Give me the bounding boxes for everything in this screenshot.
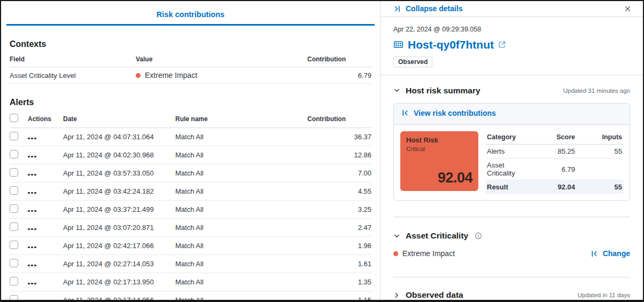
row-checkbox[interactable] — [10, 277, 18, 285]
contexts-col-value: Value — [136, 52, 307, 67]
risk-card-body: Host Risk Critical 92.04 Category Score … — [394, 125, 630, 200]
alert-contribution: 1.35 — [307, 273, 371, 291]
alert-contribution: 3.25 — [307, 201, 371, 219]
table-row-result: Result 92.04 55 — [486, 180, 623, 194]
risk-card-header: View risk contributions — [394, 104, 630, 125]
contexts-row: Asset Criticality Level Extreme Impact 6… — [10, 67, 371, 84]
alert-date: Apr 11, 2024 @ 02:42:17.066 — [63, 237, 175, 255]
alert-date: Apr 11, 2024 @ 03:37:21.499 — [63, 201, 175, 219]
alert-rule: Match All — [175, 291, 307, 302]
risk-category: Asset Criticality — [486, 158, 525, 180]
alert-contribution: 12.86 — [307, 146, 371, 164]
criticality-value: Extreme Impact — [402, 249, 455, 258]
context-value-label: Extreme Impact — [145, 71, 197, 80]
table-row: Apr 11, 2024 @ 04:07:31.064 Match All 36… — [10, 128, 371, 146]
contexts-col-contribution: Contribution — [307, 52, 371, 67]
table-row: Apr 11, 2024 @ 02:27:14.053 Match All 1.… — [10, 255, 371, 273]
row-actions-icon[interactable] — [28, 156, 36, 158]
row-actions-icon[interactable] — [28, 174, 36, 176]
select-all-checkbox[interactable] — [10, 114, 18, 122]
alert-rule: Match All — [175, 182, 307, 201]
row-checkbox[interactable] — [10, 204, 18, 213]
row-actions-icon[interactable] — [28, 265, 36, 267]
alert-contribution: 7.00 — [307, 164, 371, 182]
arrow-start-icon — [591, 250, 599, 258]
contexts-heading: Contexts — [10, 39, 371, 49]
observed-data-title[interactable]: Observed data — [406, 290, 463, 300]
row-actions-icon[interactable] — [28, 210, 36, 212]
host-risk-summary-title[interactable]: Host risk summary — [406, 86, 480, 96]
row-checkbox[interactable] — [10, 150, 18, 158]
row-actions-icon[interactable] — [28, 228, 36, 231]
host-storage-icon — [393, 39, 404, 50]
alert-rule: Match All — [175, 273, 307, 291]
change-label: Change — [603, 249, 630, 258]
row-actions-icon[interactable] — [28, 283, 36, 285]
alert-date: Apr 11, 2024 @ 03:42:24.182 — [63, 182, 175, 201]
risk-updated-label: Updated 31 minutes ago — [563, 88, 630, 94]
row-checkbox[interactable] — [10, 168, 18, 177]
risk-summary-card: View risk contributions Host Risk Critic… — [393, 103, 630, 201]
gauge-level: Critical — [406, 146, 472, 152]
external-link-icon[interactable] — [498, 41, 506, 49]
alert-rule: Match All — [175, 219, 307, 237]
risk-category: Result — [486, 180, 525, 194]
view-risk-contributions-label: View risk contributions — [414, 109, 496, 117]
flyout-header: Collapse details — [381, 1, 643, 17]
asset-criticality-title[interactable]: Asset Criticality — [406, 231, 468, 241]
context-field: Asset Criticality Level — [10, 67, 136, 84]
risk-inputs — [576, 158, 623, 180]
status-badge: Observed — [393, 57, 432, 67]
alerts-col-actions: Actions — [28, 110, 63, 128]
row-actions-icon[interactable] — [28, 247, 36, 249]
chevron-down-icon[interactable] — [393, 233, 400, 240]
severity-dot-icon — [136, 73, 141, 78]
risk-contributions-panel: Risk contributions Contexts Field Value … — [1, 1, 380, 300]
row-checkbox[interactable] — [10, 259, 18, 267]
alerts-col-contribution: Contribution — [307, 110, 371, 128]
alert-date: Apr 11, 2024 @ 02:17:13.950 — [63, 273, 175, 291]
change-criticality-button[interactable]: Change — [591, 249, 630, 258]
left-content: Contexts Field Value Contribution Asset … — [1, 26, 380, 302]
row-actions-icon[interactable] — [28, 192, 36, 194]
close-icon[interactable] — [622, 3, 633, 14]
chevron-down-icon[interactable] — [393, 87, 400, 94]
view-risk-contributions-button[interactable]: View risk contributions — [401, 109, 496, 117]
alerts-col-rule: Rule name — [175, 110, 307, 128]
observed-data-accordion: Observed data Updated in 11 days — [393, 290, 630, 300]
chevron-right-icon[interactable] — [393, 292, 400, 299]
alert-contribution: 1.15 — [307, 291, 371, 302]
table-row: Apr 11, 2024 @ 02:17:14.056 Match All 1.… — [10, 291, 371, 302]
collapse-right-icon — [393, 5, 401, 13]
table-row: Apr 11, 2024 @ 03:42:24.182 Match All 4.… — [10, 182, 371, 201]
table-row: Apr 11, 2024 @ 03:57:33.050 Match All 7.… — [10, 164, 371, 182]
row-actions-icon[interactable] — [28, 138, 36, 140]
alert-rule: Match All — [175, 237, 307, 255]
contexts-table: Field Value Contribution Asset Criticali… — [10, 52, 371, 84]
collapse-details-label: Collapse details — [406, 4, 463, 13]
alert-rule: Match All — [175, 164, 307, 182]
risk-inputs: 55 — [576, 145, 623, 158]
alerts-heading: Alerts — [10, 98, 371, 107]
section-divider — [393, 277, 630, 277]
row-checkbox[interactable] — [10, 295, 18, 302]
row-checkbox[interactable] — [10, 241, 18, 249]
row-checkbox[interactable] — [10, 186, 18, 195]
risk-breakdown-table: Category Score Inputs Alerts 85.25 55 — [486, 131, 623, 194]
alert-contribution: 1.61 — [307, 255, 371, 273]
contexts-col-field: Field — [10, 52, 136, 67]
table-row: Apr 11, 2024 @ 03:07:20.871 Match All 2.… — [10, 219, 371, 237]
alert-contribution: 1.96 — [307, 237, 371, 255]
collapse-details-button[interactable]: Collapse details — [393, 4, 463, 13]
tab-risk-contributions[interactable]: Risk contributions — [157, 10, 224, 24]
severity-dot-icon — [393, 251, 398, 256]
entity-header: Apr 22, 2024 @ 09:29:39.058 Host-qy0f7ht… — [381, 17, 643, 75]
row-checkbox[interactable] — [10, 222, 18, 231]
alert-rule: Match All — [175, 146, 307, 164]
row-checkbox[interactable] — [10, 132, 18, 140]
host-name-link[interactable]: Host-qy0f7htnut — [408, 38, 494, 51]
alert-contribution: 36.37 — [307, 128, 371, 146]
info-icon[interactable] — [475, 232, 482, 240]
risk-col-category: Category — [486, 131, 525, 145]
observed-updated-label: Updated in 11 days — [578, 292, 630, 298]
